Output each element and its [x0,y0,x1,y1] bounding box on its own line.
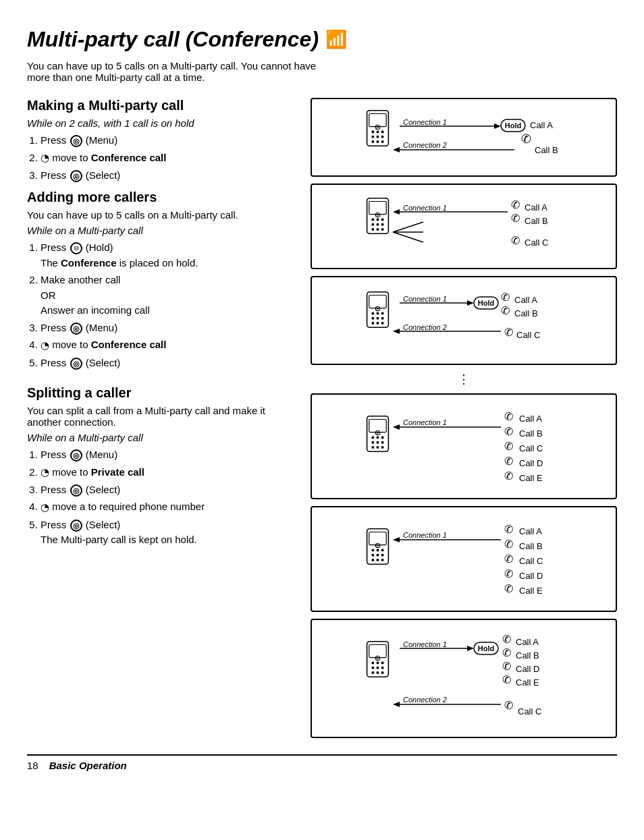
menu-btn-3: ◎ [70,449,82,461]
svg-text:Call C: Call C [525,237,548,248]
svg-text:✆: ✆ [511,235,520,246]
adding-text: You can have up to 5 calls on a Multi-pa… [27,209,297,221]
adding-step-3: Press ◎ (Menu) [41,320,297,336]
svg-text:Hold: Hold [505,121,521,130]
diagram-5: Connection 1 ✆Call A ✆Call B ✆Call C ✆Ca… [311,506,617,612]
svg-text:Connection 1: Connection 1 [403,118,447,126]
svg-text:✆: ✆ [521,132,531,146]
svg-text:✆: ✆ [511,213,520,224]
splitting-text: You can split a call from a Multi-party … [27,405,297,428]
section-heading-splitting: Splitting a caller [27,385,297,401]
section-heading-making: Making a Multi-party call [27,98,297,113]
svg-marker-15 [494,123,501,129]
svg-text:Call E: Call E [519,473,543,483]
antenna-icon: 📶 [325,29,347,50]
svg-text:Call D: Call D [516,664,539,674]
diagram-3: Connection 1 Hold ✆ Call A ✆ Call B Conn… [311,276,617,365]
splitting-step-5: Press ◎ (Select) The Multi-party call is… [41,517,297,548]
diagram-3-svg: Connection 1 Hold ✆ Call A ✆ Call B Conn… [320,284,608,355]
page-label: Basic Operation [49,760,127,771]
svg-text:✆: ✆ [502,647,511,659]
svg-text:Call C: Call C [518,706,541,717]
svg-text:Call C: Call C [519,556,543,566]
svg-text:✆: ✆ [504,553,513,565]
svg-text:Call A: Call A [514,295,537,305]
nav-icon-1: ◔ [41,150,49,166]
adding-step-5: Press ◎ (Select) [41,356,297,371]
svg-line-29 [393,232,423,242]
svg-text:Call E: Call E [516,677,539,688]
left-column: Making a Multi-party call While on 2 cal… [27,98,297,553]
svg-text:✆: ✆ [501,291,510,303]
menu-btn-1: ◎ [70,135,82,147]
svg-marker-91 [393,702,400,707]
svg-text:Call B: Call B [525,216,548,226]
svg-text:Call A: Call A [519,526,542,536]
nav-icon-3: ◔ [41,465,49,480]
svg-text:Call B: Call B [514,308,538,318]
svg-line-27 [393,222,423,232]
svg-text:✆: ✆ [502,674,511,685]
svg-text:Connection 1: Connection 1 [403,418,447,426]
section-heading-adding: Adding more callers [27,190,297,205]
svg-text:✆: ✆ [502,634,511,645]
hold-btn-icon: ⊖ [70,242,82,254]
splitting-steps-list: Press ◎ (Menu) ◔ move to Private call Pr… [27,447,297,548]
adding-steps-list: Press ⊖ (Hold) The Conference is placed … [27,240,297,370]
svg-text:✆: ✆ [504,441,513,452]
svg-text:Call C: Call C [516,330,540,340]
splitting-step-3: Press ◎ (Select) [41,482,297,498]
svg-marker-47 [393,329,400,334]
page-number: 18 [27,760,38,771]
dots-separator: ⋮ [311,372,617,387]
making-italic-intro: While on 2 calls, with 1 call is on hold [27,117,297,129]
svg-text:✆: ✆ [504,568,513,580]
svg-text:✆: ✆ [504,700,513,711]
making-step-2: ◔ move to Conference call [41,150,297,166]
svg-text:Call A: Call A [519,414,542,424]
nav-icon-2: ◔ [41,338,49,354]
diagram-1: Connection 1 Hold Call A Connection 2 ✆ … [311,98,617,177]
select-btn-1: ◎ [70,170,82,182]
svg-marker-78 [467,646,474,651]
intro-paragraph: You can have up to 5 calls on a Multi-pa… [27,60,317,83]
svg-text:Call A: Call A [530,120,553,130]
adding-italic-intro: While on a Multi-party call [27,225,297,236]
svg-marker-38 [467,300,474,306]
splitting-step-1: Press ◎ (Menu) [41,447,297,463]
menu-btn-2: ◎ [70,323,82,335]
svg-text:✆: ✆ [504,411,513,422]
diagram-5-svg: Connection 1 ✆Call A ✆Call B ✆Call C ✆Ca… [320,514,608,602]
svg-text:Call B: Call B [519,541,543,551]
svg-text:Call A: Call A [516,637,539,647]
splitting-step-4: ◔ move a to required phone number [41,499,297,515]
diagram-4-svg: Connection 1 ✆Call A ✆Call B ✆Call C ✆Ca… [320,401,608,489]
making-step-1: Press ◎ (Menu) [41,133,297,148]
svg-text:Connection 1: Connection 1 [403,531,447,539]
svg-text:Call D: Call D [519,458,543,468]
svg-marker-21 [393,147,400,152]
svg-text:Connection 2: Connection 2 [403,323,447,331]
svg-text:Connection 1: Connection 1 [403,204,447,212]
making-steps-list: Press ◎ (Menu) ◔ move to Conference call… [27,133,297,183]
svg-text:Hold: Hold [478,299,494,307]
svg-marker-52 [393,424,400,430]
svg-text:Call B: Call B [519,428,543,439]
svg-text:Call B: Call B [516,650,539,661]
svg-text:✆: ✆ [504,538,513,550]
svg-text:✆: ✆ [504,583,513,594]
svg-text:Connection 1: Connection 1 [403,640,447,648]
svg-marker-65 [393,537,400,542]
svg-text:Connection 2: Connection 2 [403,141,447,149]
svg-text:✆: ✆ [504,327,513,338]
diagram-6-svg: Connection 1 Hold ✆Call A ✆Call B ✆Call … [320,627,608,728]
svg-text:✆: ✆ [502,661,511,672]
splitting-step-2: ◔ move to Private call [41,465,297,480]
right-column: Connection 1 Hold Call A Connection 2 ✆ … [311,98,617,738]
adding-step-2: Make another callORAnswer an incoming ca… [41,273,297,318]
svg-text:✆: ✆ [504,470,513,482]
main-layout: Making a Multi-party call While on 2 cal… [27,98,617,738]
nav-icon-4: ◔ [41,500,49,515]
select-btn-4: ◎ [70,520,82,532]
diagram-2-svg: Connection 1 ✆ Call A ✆ Call B ✆ Call C [320,192,608,259]
